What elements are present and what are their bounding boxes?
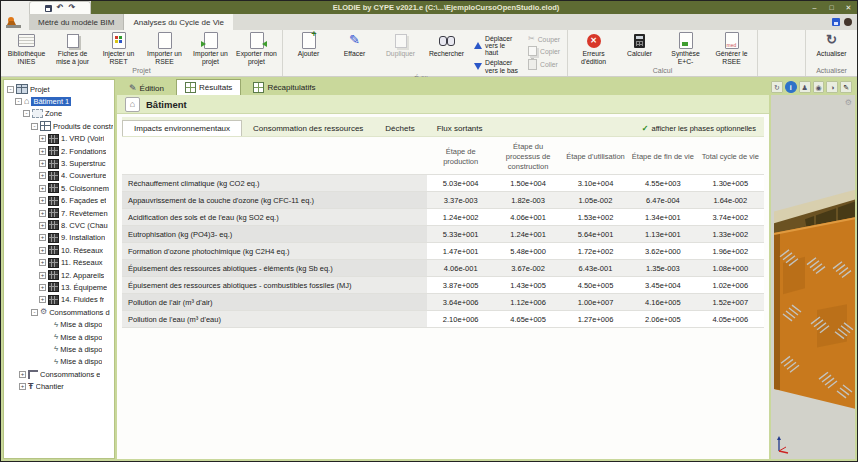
tree-item-lot-14[interactable]: +14. Fluides fr (4, 294, 114, 306)
move-down-icon (474, 63, 482, 70)
injecter-rset-button[interactable]: Injecter un RSET (96, 32, 141, 65)
importer-rsee-button[interactable]: Importer un RSEE (142, 32, 187, 65)
subtab-dechets[interactable]: Déchets (374, 121, 425, 136)
generer-rsee-button[interactable]: Générer le RSEE (709, 32, 754, 65)
redo-icon[interactable]: ↷ (69, 4, 76, 12)
erreurs-edition-button[interactable]: Erreurs d'édition (571, 32, 616, 65)
deplacer-haut-button[interactable]: Déplacer vers le haut (474, 35, 519, 56)
tree-item-lot-10[interactable]: +10. Réseaux (4, 244, 114, 256)
subtab-flux-sortants[interactable]: Flux sortants (426, 121, 494, 136)
expander-icon[interactable]: + (39, 148, 46, 155)
expander-icon[interactable]: - (15, 98, 22, 105)
couper-button[interactable]: Couper (528, 35, 560, 43)
subtab-impacts-environnementaux[interactable]: Impacts environnementaux (122, 120, 242, 136)
expander-icon[interactable]: + (39, 222, 46, 229)
optional-phases-checkbox[interactable]: ✓ afficher les phases optionnelles (642, 124, 764, 136)
tree-item-lot-9[interactable]: +9. Installation (4, 232, 114, 244)
tree-item-lot-7[interactable]: +7. Revêtemen (4, 207, 114, 219)
tree-item-batiment[interactable]: -Bâtiment 1 (4, 95, 114, 107)
rechercher-button[interactable]: Rechercher (424, 32, 469, 58)
expander-icon[interactable]: + (39, 272, 46, 279)
tree-item-lot-13[interactable]: +13. Équipeme (4, 281, 114, 293)
visibility-icon[interactable]: ◉ (813, 81, 825, 93)
expander-icon[interactable]: - (7, 86, 14, 93)
tree-item-lot-1[interactable]: +1. VRD (Voiri (4, 133, 114, 145)
info-icon[interactable]: i (785, 81, 797, 93)
expander-icon[interactable]: + (39, 135, 46, 142)
synthese-epc-button[interactable]: Synthèse E+C- (663, 32, 708, 65)
expander-icon[interactable]: + (39, 296, 46, 303)
tree-item-projet[interactable]: -Projet (4, 83, 114, 95)
tab-edition[interactable]: Édition (120, 81, 173, 95)
tab-analyses-cycle-vie[interactable]: Analyses du Cycle de Vie (124, 14, 233, 30)
3d-canvas[interactable]: ⚙ (771, 95, 855, 459)
fiches-mise-a-jour-button[interactable]: Fiches de mise à jour (50, 32, 95, 65)
exporter-projet-button[interactable]: Exporter mon projet (234, 32, 279, 65)
rotate-view-icon[interactable]: ↻ (771, 81, 783, 93)
expander-icon[interactable]: + (39, 234, 46, 241)
dupliquer-button[interactable]: Dupliquer (378, 32, 423, 58)
save-icon[interactable] (45, 5, 52, 12)
help-icon[interactable] (844, 18, 852, 26)
ajouter-button[interactable]: Ajouter (286, 32, 331, 58)
table-row: Épuisement des ressources abiotiques - é… (122, 260, 764, 277)
close-button[interactable]: ✕ (840, 1, 857, 14)
maximize-button[interactable]: □ (823, 1, 840, 14)
tree-item-mise-a-dispo-1[interactable]: Mise à dispo (4, 318, 114, 330)
tree-item-produits[interactable]: -Produits de constr (4, 120, 114, 132)
tree-item-lot-11[interactable]: +11. Réseaux (4, 256, 114, 268)
tree-item-lot-8[interactable]: +8. CVC (Chau (4, 219, 114, 231)
tab-resultats[interactable]: Résultats (176, 79, 241, 95)
tree-item-consommations-energie[interactable]: -Consommations d (4, 306, 114, 318)
tree-item-lot-3[interactable]: +3. Superstruc (4, 157, 114, 169)
expander-icon[interactable]: + (39, 210, 46, 217)
expander-icon[interactable]: + (39, 259, 46, 266)
importer-projet-button[interactable]: Importer un projet (188, 32, 233, 65)
minimize-button[interactable]: – (806, 1, 823, 14)
save-small-icon[interactable] (832, 18, 840, 26)
export-icon (250, 32, 264, 49)
tree-item-mise-a-dispo-2[interactable]: Mise à dispo (4, 331, 114, 343)
tree-item-zone[interactable]: -Zone (4, 108, 114, 120)
expander-icon[interactable]: + (19, 383, 26, 390)
effacer-button[interactable]: Effacer (332, 32, 377, 58)
lot-icon (48, 295, 59, 305)
expander-icon[interactable]: + (39, 197, 46, 204)
subtab-consommation-ressources[interactable]: Consommation des ressources (242, 121, 374, 136)
lot-icon (48, 196, 59, 206)
expander-icon[interactable]: + (39, 172, 46, 179)
calculer-button[interactable]: Calculer (617, 32, 662, 58)
table-header-row: Étape de production Étape du processus d… (122, 139, 764, 175)
tree-item-lot-12[interactable]: +12. Appareils (4, 269, 114, 281)
tab-metre-modele-bim[interactable]: Métré du modèle BIM (29, 14, 124, 30)
tree-item-mise-a-dispo-4[interactable]: Mise à dispo (4, 356, 114, 368)
settings-gear-icon[interactable]: ⚙ (845, 98, 852, 107)
walkthrough-icon[interactable]: ♟ (799, 81, 811, 93)
tree-item-lot-2[interactable]: +2. Fondations (4, 145, 114, 157)
tree-item-consommations-eau[interactable]: +Consommations e (4, 368, 114, 380)
tree-item-mise-a-dispo-3[interactable]: Mise à dispo (4, 343, 114, 355)
expander-icon[interactable]: - (23, 110, 30, 117)
tree-item-chantier[interactable]: +Chantier (4, 380, 114, 392)
expander-icon[interactable]: + (39, 185, 46, 192)
tree-item-lot-5[interactable]: +5. Cloisonnem (4, 182, 114, 194)
table-row: Réchauffement climatique (kg CO2 eq.) 5.… (122, 175, 764, 192)
expander-icon[interactable]: + (39, 160, 46, 167)
coller-button[interactable]: Coller (528, 59, 560, 70)
lot-icon (48, 220, 59, 230)
deplacer-bas-button[interactable]: Déplacer vers le bas (474, 59, 519, 73)
undo-icon[interactable]: ↶ (57, 4, 64, 12)
expander-icon[interactable]: + (39, 247, 46, 254)
actualiser-button[interactable]: Actualiser (809, 32, 854, 58)
expander-icon[interactable]: + (19, 371, 26, 378)
copier-button[interactable]: Copier (528, 46, 560, 56)
expander-icon[interactable]: - (31, 123, 38, 130)
bibliotheque-inies-button[interactable]: Bibliothèque INIES (4, 32, 49, 65)
tree-item-lot-4[interactable]: +4. Couverture (4, 170, 114, 182)
shading-icon[interactable]: ◑ (826, 81, 838, 93)
expander-icon[interactable]: - (31, 309, 38, 316)
annotate-icon[interactable]: ✎ (840, 81, 852, 93)
tab-recapitulatifs[interactable]: Récapitulatifs (244, 79, 324, 95)
expander-icon[interactable]: + (39, 284, 46, 291)
tree-item-lot-6[interactable]: +6. Façades et (4, 195, 114, 207)
